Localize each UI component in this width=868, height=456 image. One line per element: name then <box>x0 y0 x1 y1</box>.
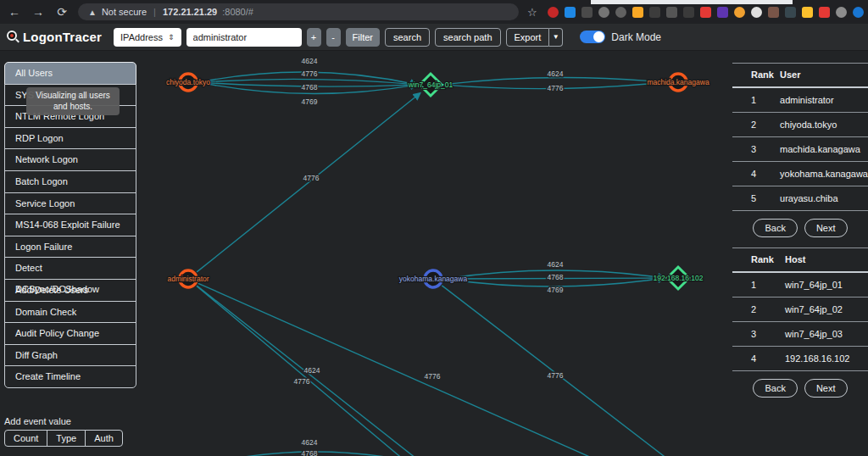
edge-label-4776: 4776 <box>294 377 310 386</box>
s-dark-icon[interactable] <box>666 7 677 18</box>
bookmark-star-icon[interactable]: ☆ <box>527 6 537 19</box>
node-192-168-16-102[interactable]: 192.168.16.102 <box>653 267 703 289</box>
export-dropdown-caret[interactable]: ▼ <box>549 28 563 47</box>
clip-icon[interactable] <box>581 7 593 18</box>
sidebar-item-service-logon[interactable]: Service Logon <box>4 192 136 215</box>
host-rank-table: RankHost1win7_64jp_012win7_64jp_023win7_… <box>732 247 868 371</box>
name-cell: yokohama.kanagawa <box>780 162 868 186</box>
col-header-rank: Rank <box>732 248 785 273</box>
node-label: win7_64jp_01 <box>408 81 453 89</box>
host-back-button[interactable]: Back <box>753 379 797 398</box>
tab-strip <box>591 0 793 4</box>
extensions-row <box>548 7 868 18</box>
edge-label-4769: 4769 <box>302 97 318 106</box>
sidebar-item-all-users[interactable]: All Users <box>4 62 136 85</box>
name-cell: win7_64jp_01 <box>785 272 868 298</box>
count-button[interactable]: Count <box>4 430 47 447</box>
rank-cell: 5 <box>732 186 780 211</box>
edge-label-4776: 4776 <box>302 70 318 78</box>
tc-icon[interactable] <box>768 7 779 18</box>
user-table-pager: Back Next <box>732 219 868 237</box>
edge-label-4776: 4776 <box>548 84 564 92</box>
node-machida-kanagawa[interactable]: machida.kanagawa <box>647 74 709 91</box>
sidebar-item-domain-check[interactable]: Domain Check <box>4 301 136 324</box>
dim-slash-icon[interactable] <box>683 7 694 18</box>
record-badge-icon[interactable] <box>598 7 609 18</box>
edge-label-4769: 4769 <box>548 286 564 294</box>
name-cell: administrator <box>780 87 868 113</box>
adblock-icon[interactable] <box>548 7 559 18</box>
sidebar-item-network-logon[interactable]: Network Logon <box>4 148 136 171</box>
reload-icon[interactable]: ⟳ <box>54 5 70 19</box>
user-back-button[interactable]: Back <box>753 219 797 237</box>
edge-administrator-off-a <box>197 286 409 456</box>
user-rank-row: 4yokohama.kanagawa <box>732 162 868 186</box>
rank-cell: 3 <box>732 322 785 347</box>
flag-icon[interactable] <box>700 7 711 18</box>
filter-button[interactable]: Filter <box>346 28 380 47</box>
filter-type-select[interactable]: IPAddress ⇕ <box>114 28 181 47</box>
sidebar-item-diff-graph[interactable]: Diff Graph <box>4 344 136 367</box>
mask-icon[interactable] <box>649 7 660 18</box>
sidebar-item-audit-policy-change[interactable]: Audit Policy Change <box>4 322 136 345</box>
purple-1s-icon[interactable] <box>717 7 728 18</box>
type-button[interactable]: Type <box>47 430 86 447</box>
user-rank-row: 1administrator <box>732 87 868 113</box>
node-label: machida.kanagawa <box>647 78 709 86</box>
host-rank-row: 1win7_64jp_01 <box>732 272 868 298</box>
zoom-in-button[interactable]: + <box>307 28 321 47</box>
navy-icon[interactable] <box>785 7 796 18</box>
name-cell: chiyoda.tokyo <box>780 113 868 137</box>
node-chiyoda-tokyo[interactable]: chiyoda.tokyo <box>166 74 210 91</box>
blue-doc-icon[interactable] <box>565 7 576 18</box>
forward-icon[interactable]: → <box>31 5 46 19</box>
lightning-icon[interactable] <box>632 7 643 18</box>
url-host: 172.21.21.29 <box>163 7 217 17</box>
back-icon[interactable]: ← <box>7 5 22 19</box>
gear-icon[interactable] <box>615 7 626 18</box>
rank-cell: 1 <box>732 87 780 113</box>
sidebar-item-batch-logon[interactable]: Batch Logon <box>4 170 136 193</box>
col-header-rank: Rank <box>732 64 780 88</box>
name-cell: urayasu.chiba <box>780 186 868 211</box>
host-rank-row: 4192.168.16.102 <box>732 347 868 371</box>
search-button[interactable]: search <box>385 28 430 47</box>
host-next-button[interactable]: Next <box>804 379 848 398</box>
sidebar-item-detect-dcsync-dcshadow[interactable]: Detect DCSync/DCShadow <box>4 257 136 280</box>
sidebar-tooltip: Visualizing all users and hosts. <box>26 87 120 115</box>
edge-administrator-win7-64jp-01 <box>197 93 420 272</box>
ghost-icon[interactable] <box>751 7 762 18</box>
address-bar[interactable]: ▲ Not secure | 172.21.21.29:8080/# <box>78 3 519 20</box>
pencil-icon[interactable] <box>802 7 813 18</box>
zoom-out-button[interactable]: - <box>326 28 341 47</box>
user-rank-row: 2chiyoda.tokyo <box>732 113 868 137</box>
url-suffix: :8080/# <box>222 7 253 17</box>
search-input[interactable] <box>186 28 302 47</box>
select-caret-icon: ⇕ <box>168 33 175 42</box>
edge-label-4776: 4776 <box>548 371 564 380</box>
sidebar-item-add-delete-users[interactable]: Add/Delete Users <box>4 279 136 302</box>
red-dots-icon[interactable] <box>819 7 830 18</box>
star-gray-icon[interactable] <box>836 7 847 18</box>
security-label: Not secure <box>102 7 147 17</box>
host-rank-row: 2win7_64jp_02 <box>732 298 868 322</box>
name-cell: 192.168.16.102 <box>785 347 868 371</box>
export-button[interactable]: Export <box>506 28 550 47</box>
search-path-button[interactable]: search path <box>435 28 500 47</box>
dark-mode-toggle[interactable]: Dark Mode <box>580 31 661 43</box>
node-win7-64jp-01[interactable]: win7_64jp_01 <box>408 74 453 96</box>
edge-administrator-off-c <box>198 283 607 456</box>
col-header-host: Host <box>785 248 868 273</box>
node-yokohama-kanagawa[interactable]: yokohama.kanagawa <box>399 270 468 287</box>
edge-label-4768: 4768 <box>302 449 318 456</box>
sidebar-item-ms14-068-exploit-failure[interactable]: MS14-068 Exploit Failure <box>4 214 136 236</box>
auth-button[interactable]: Auth <box>85 430 123 447</box>
blue-circle-icon[interactable] <box>853 7 864 18</box>
sidebar-item-rdp-logon[interactable]: RDP Logon <box>4 127 136 150</box>
user-next-button[interactable]: Next <box>804 219 848 237</box>
sidebar-item-logon-failure[interactable]: Logon Failure <box>4 236 136 259</box>
rank-panel: RankUser1administrator2chiyoda.tokyo3mac… <box>732 63 868 408</box>
logontracer-header: LogonTracer IPAddress ⇕ + - Filter searc… <box>0 24 868 51</box>
sidebar-item-create-timeline[interactable]: Create Timeline <box>4 365 136 388</box>
cookie-icon[interactable] <box>734 7 745 18</box>
